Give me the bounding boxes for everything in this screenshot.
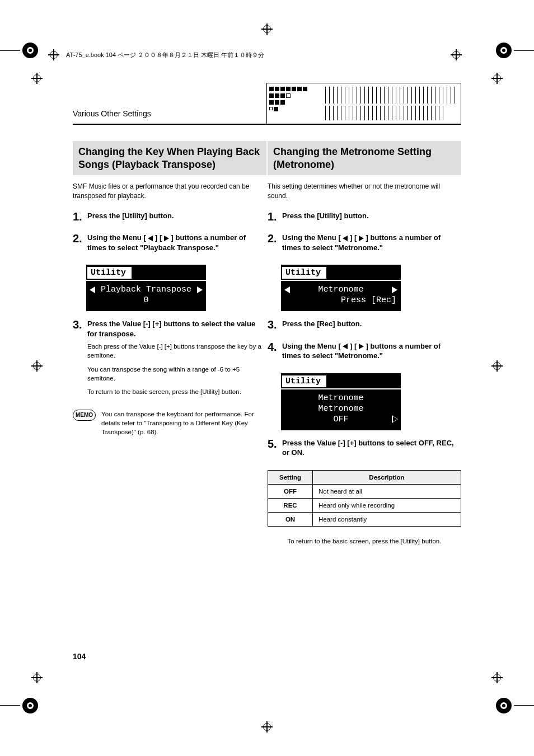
header-text: AT-75_e.book 104 ページ ２００８年８月２１日 木曜日 午前１０…: [66, 51, 264, 59]
crosshair-right-top: [491, 73, 503, 84]
section-label: Various Other Settings: [73, 109, 151, 118]
table-row: REC Heard only while recording: [268, 498, 461, 512]
lcd-line: Playback Transpose: [86, 284, 206, 295]
lcd-right-arrow-icon: [197, 287, 203, 293]
crosshair-left-top: [31, 73, 43, 84]
step-head: Using the Menu [ ] [ ] buttons a number …: [282, 341, 461, 361]
crosshair-right-mid: [491, 360, 503, 372]
printer-mark-br: [496, 698, 512, 713]
left-step-3: 3. Press the Value [-] [+] buttons to se…: [73, 319, 266, 401]
step-number: 2.: [268, 233, 278, 256]
lcd-left-arrow-icon: [284, 287, 290, 293]
right-column: Changing the Metronome Setting (Metronom…: [268, 141, 461, 550]
lcd-right-arrow-icon: [392, 287, 397, 293]
step-number: 5.: [268, 438, 278, 461]
svg-point-7: [502, 704, 505, 707]
step-number: 1.: [73, 211, 83, 224]
crosshair-right-bot: [491, 672, 503, 683]
right-topic-title: Changing the Metronome Setting (Metronom…: [268, 141, 461, 175]
hline-top: [0, 50, 20, 51]
lcd-line: Metronome: [281, 403, 401, 414]
hline-bot: [0, 705, 20, 706]
step-head: Press the Value [-] [+] buttons to selec…: [282, 438, 461, 458]
right-arrow-icon: [164, 236, 169, 241]
table-row: OFF Not heard at all: [268, 484, 461, 498]
step-head: Press the [Rec] button.: [282, 319, 461, 329]
step-head: Press the Value [-] [+] buttons to selec…: [87, 319, 266, 339]
printer-mark-tr: [496, 43, 512, 58]
lcd-title: Utility: [282, 375, 326, 387]
crosshair-top: [261, 24, 273, 35]
settings-table: Setting Description OFF Not heard at all…: [268, 470, 461, 527]
step-number: 3.: [73, 319, 83, 401]
step-number: 4.: [268, 341, 278, 364]
left-step-1: 1. Press the [Utility] button.: [73, 211, 266, 224]
lcd-right-arrow-outline-icon: [392, 416, 397, 422]
step-note: Each press of the Value [-] [+] buttons …: [87, 342, 266, 360]
table-cell-value: Heard constantly: [313, 512, 461, 526]
crosshair-left-bot: [31, 672, 43, 683]
hline-top-r: [514, 50, 534, 51]
right-step-3: 3. Press the [Rec] button.: [268, 319, 461, 332]
left-topic-title: Changing the Key When Playing Back Songs…: [73, 141, 266, 175]
hline-bot-r: [514, 705, 534, 706]
table-cell-key: OFF: [268, 484, 313, 498]
table-header-setting: Setting: [268, 470, 313, 484]
right-step-2: 2. Using the Menu [ ] [ ] buttons a numb…: [268, 233, 461, 256]
doc-header: AT-75_e.book 104 ページ ２００８年８月２１日 木曜日 午前１０…: [48, 49, 496, 60]
memo-text: You can transpose the keyboard for perfo…: [101, 410, 266, 436]
step-number: 1.: [268, 211, 278, 224]
printer-mark-tl: [22, 43, 38, 58]
keyboard-illustration: [266, 83, 461, 124]
lcd-line: Metronome: [281, 284, 401, 295]
left-intro: SMF Music files or a performance that yo…: [73, 182, 266, 201]
step-head: Using the Menu [ ] [ ] buttons a number …: [87, 233, 266, 252]
lcd-metronome-1: Utility Metronome Press [Rec]: [281, 265, 401, 311]
crosshair-bottom: [261, 721, 273, 732]
memo-icon: MEMO: [73, 410, 96, 421]
page-number: 104: [73, 652, 86, 661]
left-step-2: 2. Using the Menu [ ] [ ] buttons a numb…: [73, 233, 266, 256]
table-cell-key: REC: [268, 498, 313, 512]
step-head: Press the [Utility] button.: [282, 211, 461, 221]
lcd-line: Metronome: [281, 393, 401, 403]
table-cell-value: Not heard at all: [313, 484, 461, 498]
lcd-left-arrow-icon: [90, 287, 95, 293]
right-step-4: 4. Using the Menu [ ] [ ] buttons a numb…: [268, 341, 461, 364]
left-arrow-icon: [343, 344, 348, 349]
lcd-title: Utility: [282, 267, 326, 279]
right-arrow-icon: [359, 344, 364, 349]
svg-point-1: [29, 49, 32, 52]
lcd-metronome-2: Utility Metronome Metronome OFF: [281, 373, 401, 430]
table-header-description: Description: [313, 470, 461, 484]
crosshair-left-mid: [31, 360, 43, 372]
lcd-line: OFF: [281, 414, 401, 425]
right-step-1: 1. Press the [Utility] button.: [268, 211, 461, 224]
right-step-5: 5. Press the Value [-] [+] buttons to se…: [268, 438, 461, 461]
lcd-line: 0: [86, 295, 206, 306]
left-column: Changing the Key When Playing Back Songs…: [73, 141, 266, 436]
svg-point-5: [29, 704, 32, 707]
right-intro: This setting determines whether or not t…: [268, 182, 461, 201]
table-cell-key: ON: [268, 512, 313, 526]
lcd-line: Press [Rec]: [281, 295, 401, 306]
table-row: ON Heard constantly: [268, 512, 461, 526]
lcd-playback-transpose: Utility Playback Transpose 0: [86, 265, 206, 311]
return-note: To return to the basic screen, press the…: [268, 537, 461, 546]
right-arrow-icon: [359, 236, 364, 241]
table-cell-value: Heard only while recording: [313, 498, 461, 512]
lcd-title: Utility: [87, 267, 132, 279]
step-number: 3.: [268, 319, 278, 332]
step-head: Using the Menu [ ] [ ] buttons a number …: [282, 233, 461, 252]
left-arrow-icon: [343, 236, 348, 241]
step-number: 2.: [73, 233, 83, 256]
left-arrow-icon: [148, 236, 153, 241]
step-head: Press the [Utility] button.: [87, 211, 266, 221]
svg-point-3: [502, 49, 505, 52]
printer-mark-bl: [22, 698, 38, 713]
step-note: To return to the basic screen, press the…: [87, 387, 266, 396]
step-note: You can transpose the song within a rang…: [87, 365, 266, 383]
section-divider: [73, 124, 461, 125]
memo-block: MEMO You can transpose the keyboard for …: [73, 410, 266, 436]
